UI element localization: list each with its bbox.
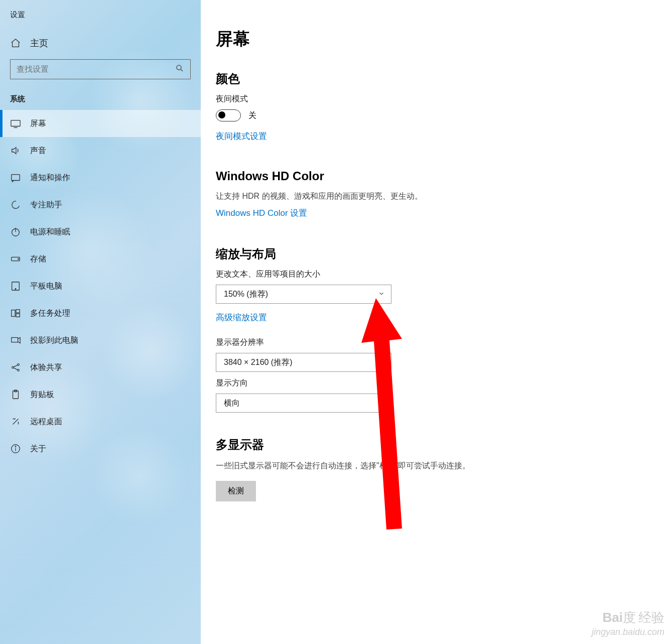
scale-size-select[interactable]: 150% (推荐) [216,285,391,304]
sound-icon [10,145,21,156]
svg-rect-11 [12,310,15,317]
svg-rect-13 [16,314,20,317]
sidebar-item-project[interactable]: 投影到此电脑 [0,327,201,354]
tablet-icon [10,281,21,292]
multi-desc: 一些旧式显示器可能不会进行自动连接，选择"检测"即可尝试手动连接。 [216,460,552,472]
sidebar-item-label: 屏幕 [30,118,46,129]
sidebar-item-label: 声音 [30,146,46,156]
display-icon [10,118,21,129]
sidebar-item-notifications[interactable]: 通知和操作 [0,164,201,191]
chevron-down-icon [378,358,385,367]
sidebar-item-focus[interactable]: 专注助手 [0,191,201,218]
resolution-value: 3840 × 2160 (推荐) [224,357,293,368]
section-hdcolor-title: Windows HD Color [216,169,552,183]
window-title: 设置 [0,8,201,32]
resolution-label: 显示器分辨率 [216,337,552,348]
section-scale-title: 缩放与布局 [216,246,552,262]
sidebar-item-remote[interactable]: 远程桌面 [0,408,201,435]
sidebar-home-label: 主页 [30,37,48,49]
search-input[interactable] [17,65,175,74]
about-icon [10,443,21,454]
night-mode-label: 夜间模式 [216,94,552,104]
clipboard-icon [10,389,21,400]
search-icon [175,64,184,75]
sidebar-item-clipboard[interactable]: 剪贴板 [0,381,201,408]
svg-point-0 [177,65,181,70]
sidebar-item-power[interactable]: 电源和睡眠 [0,218,201,245]
notification-icon [10,172,21,183]
chevron-down-icon [378,399,385,408]
hdcolor-desc: 让支持 HDR 的视频、游戏和应用的画面更明亮、更生动。 [216,190,552,202]
svg-rect-4 [12,175,20,181]
orientation-select[interactable]: 横向 [216,394,391,413]
svg-point-10 [15,289,16,290]
sidebar-item-tablet[interactable]: 平板电脑 [0,273,201,300]
sidebar-item-label: 投影到此电脑 [30,335,78,346]
project-icon [10,335,21,346]
sidebar-item-storage[interactable]: 存储 [0,245,201,273]
resolution-select[interactable]: 3840 × 2160 (推荐) [216,353,391,372]
scale-size-value: 150% (推荐) [224,289,268,300]
detect-button[interactable]: 检测 [216,481,256,501]
svg-point-16 [18,364,20,366]
sidebar-item-multitask[interactable]: 多任务处理 [0,300,201,327]
sidebar-item-label: 剪贴板 [30,390,54,400]
svg-rect-2 [11,120,20,126]
section-color-title: 颜色 [216,71,552,87]
focus-icon [10,199,21,210]
power-icon [10,226,21,237]
multitask-icon [10,308,21,319]
sidebar-item-about[interactable]: 关于 [0,435,201,462]
main-content: 屏幕 颜色 夜间模式 关 夜间模式设置 Windows HD Color 让支持… [201,0,552,644]
section-multi-title: 多显示器 [216,437,552,453]
sidebar-item-label: 关于 [30,444,46,454]
watermark: Bai度 经验 jingyan.baidu.com [592,609,664,638]
night-mode-toggle[interactable] [216,109,241,121]
page-title: 屏幕 [216,28,552,51]
sidebar-item-shared[interactable]: 体验共享 [0,354,201,381]
advanced-scale-link[interactable]: 高级缩放设置 [216,312,267,323]
share-icon [10,362,21,373]
sidebar-item-label: 存储 [30,254,46,265]
sidebar-category: 系统 [0,92,201,110]
sidebar-item-sound[interactable]: 声音 [0,137,201,164]
sidebar-item-label: 体验共享 [30,362,62,373]
svg-line-18 [14,365,17,367]
sidebar-item-label: 远程桌面 [30,417,62,427]
sidebar: 设置 主页 系统 屏幕 声音 通知和操作 专注助手 [0,0,201,644]
remote-icon [10,416,21,427]
svg-line-1 [181,69,183,71]
svg-point-17 [18,369,20,371]
home-icon [10,38,21,49]
storage-icon [10,253,21,265]
hdcolor-settings-link[interactable]: Windows HD Color 设置 [216,207,307,219]
orientation-value: 横向 [224,398,240,409]
orientation-label: 显示方向 [216,378,552,389]
chevron-down-icon [378,290,385,299]
search-container [10,59,191,79]
sidebar-item-label: 通知和操作 [30,173,70,183]
sidebar-item-label: 多任务处理 [30,308,70,319]
sidebar-item-label: 电源和睡眠 [30,227,70,237]
svg-point-15 [12,366,14,368]
sidebar-item-display[interactable]: 屏幕 [0,110,201,137]
svg-rect-12 [16,310,20,313]
svg-rect-14 [12,338,18,342]
scale-size-label: 更改文本、应用等项目的大小 [216,269,552,280]
svg-point-24 [15,446,16,447]
sidebar-item-label: 专注助手 [30,200,62,210]
sidebar-item-label: 平板电脑 [30,281,62,292]
sidebar-home[interactable]: 主页 [0,32,201,54]
night-mode-state: 关 [248,110,256,121]
search-box[interactable] [10,59,191,79]
svg-point-8 [18,259,19,260]
night-mode-settings-link[interactable]: 夜间模式设置 [216,131,267,142]
svg-line-19 [14,368,17,370]
